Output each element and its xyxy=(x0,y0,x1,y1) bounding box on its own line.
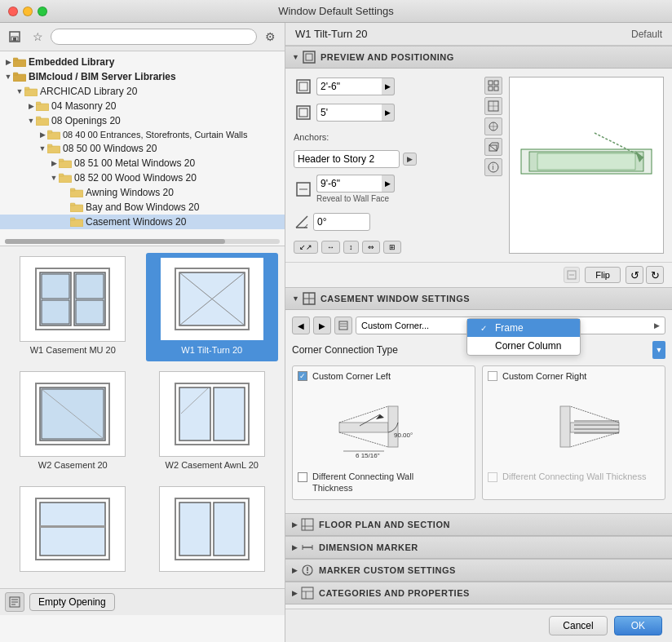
minimize-button[interactable] xyxy=(23,7,33,16)
maximize-button[interactable] xyxy=(38,7,47,16)
empty-opening-button[interactable]: Empty Opening xyxy=(29,593,115,611)
thumb-item-w2casement[interactable]: W2 Casement 20 xyxy=(7,368,139,476)
marker-custom-icon xyxy=(301,564,314,577)
preview-controls: ▶ ▶ Anchors: xyxy=(294,77,476,254)
rotate-cw-button[interactable]: ↻ xyxy=(646,266,664,284)
home-button[interactable] xyxy=(5,27,24,46)
rotate-ccw-button[interactable]: ↺ xyxy=(626,266,643,284)
thumb-item-w2casementawnl[interactable]: W2 Casement AwnL 20 xyxy=(146,368,279,476)
tree-arrow-archicad: ▼ xyxy=(15,86,24,96)
floor-plan-icon xyxy=(301,518,314,531)
preview-tool-grid[interactable] xyxy=(484,77,502,95)
dimension-title: DIMENSION MARKER xyxy=(319,542,418,552)
search-input[interactable] xyxy=(51,29,257,45)
corner-type-dropdown-indicator[interactable]: ▼ xyxy=(652,341,665,359)
add-button[interactable] xyxy=(5,592,24,612)
tree-item-entrances[interactable]: ▶ 08 40 00 Entrances, Storefronts, Curta… xyxy=(0,128,285,141)
action-btn-5[interactable]: ⊞ xyxy=(383,241,401,254)
height-input[interactable] xyxy=(316,104,382,122)
thumb-label-w2casement: W2 Casement 20 xyxy=(38,460,108,470)
star-button[interactable]: ☆ xyxy=(28,27,47,46)
tree-label-openings: 08 Openings 20 xyxy=(51,115,121,126)
svg-rect-10 xyxy=(36,102,41,104)
settings-button[interactable]: ⚙ xyxy=(260,27,280,46)
svg-rect-82 xyxy=(537,153,635,170)
dropdown-item-frame[interactable]: ✓ Frame xyxy=(467,319,580,337)
tree-item-archicad[interactable]: ▼ ARCHICAD Library 20 xyxy=(0,84,285,99)
tree-item-embedded[interactable]: ▶ Embedded Library xyxy=(0,55,285,69)
width-row: ▶ xyxy=(294,77,476,96)
anchor-input[interactable] xyxy=(294,150,400,168)
tree-item-awning[interactable]: ▶ Awning Windows 20 xyxy=(0,185,285,200)
marker-custom-section-header[interactable]: ▶ MARKER CUSTOM SETTINGS xyxy=(285,559,672,582)
tree-item-windows[interactable]: ▼ 08 50 00 Windows 20 xyxy=(0,141,285,156)
width-input[interactable] xyxy=(316,77,382,95)
preview-tool-single[interactable] xyxy=(484,97,502,115)
anchor-arrow-btn[interactable]: ▶ xyxy=(403,153,417,166)
tree-label-entrances: 08 40 00 Entrances, Storefronts, Curtain… xyxy=(63,130,247,139)
tree-item-woodwindows[interactable]: ▼ 08 52 00 Wood Windows 20 xyxy=(0,170,285,185)
diff-thickness-right-row: Different Connecting Wall Thickness xyxy=(488,471,660,482)
dimension-section-header[interactable]: ▶ DIMENSION MARKER xyxy=(285,536,672,559)
flip-button[interactable]: Flip xyxy=(585,267,621,283)
tree-item-masonry[interactable]: ▶ 04 Masonry 20 xyxy=(0,99,285,113)
corner-right-checkbox[interactable] xyxy=(488,371,497,381)
thumb-item-w1tiltturn[interactable]: W1 Tilt-Turn 20 xyxy=(146,253,279,361)
casement-section-header[interactable]: ▼ CASEMENT WINDOW SETTINGS xyxy=(285,287,672,310)
floor-plan-section-header[interactable]: ▶ FLOOR PLAN AND SECTION xyxy=(285,513,672,536)
thumb-item-6[interactable] xyxy=(146,483,279,582)
svg-rect-44 xyxy=(214,387,245,441)
dimension-icon xyxy=(301,541,314,554)
tree-item-casement[interactable]: ▶ Casement Windows 20 xyxy=(0,215,285,229)
svg-rect-43 xyxy=(179,387,210,441)
preview-tool-view[interactable] xyxy=(484,117,502,135)
corner-panel-right-header: Custom Corner Right xyxy=(488,371,660,381)
svg-rect-9 xyxy=(36,104,49,111)
width-arrow-btn[interactable]: ▶ xyxy=(382,77,395,95)
marker-custom-arrow-icon: ▶ xyxy=(292,566,298,574)
casement-icon xyxy=(303,292,316,305)
svg-rect-13 xyxy=(47,132,60,139)
close-button[interactable] xyxy=(8,7,18,16)
cast-edit-btn[interactable] xyxy=(334,317,352,334)
diff-thickness-right-checkbox[interactable] xyxy=(488,472,497,482)
svg-rect-69 xyxy=(494,86,498,91)
action-btn-2[interactable]: ↔ xyxy=(321,241,340,254)
action-btn-4[interactable]: ⇔ xyxy=(362,241,380,254)
preview-right-area: i xyxy=(484,77,664,254)
preview-tool-3d[interactable] xyxy=(484,138,502,156)
cast-prev-btn[interactable]: ◀ xyxy=(292,317,310,334)
categories-section-header[interactable]: ▶ CATEGORIES AND PROPERTIES xyxy=(285,582,672,604)
tree-item-bimcloud[interactable]: ▼ BIMcloud / BIM Server Libraries xyxy=(0,69,285,84)
svg-rect-93 xyxy=(339,423,388,432)
svg-rect-30 xyxy=(42,274,69,299)
tree-label-archicad: ARCHICAD Library 20 xyxy=(40,86,137,97)
corner-panel-left-header: ✓ Custom Corner Left xyxy=(298,371,470,381)
svg-rect-32 xyxy=(76,274,104,299)
svg-rect-47 xyxy=(40,503,105,556)
tree-item-openings[interactable]: ▼ 08 Openings 20 xyxy=(0,113,285,128)
tree-item-metalwindows[interactable]: ▶ 08 51 00 Metal Windows 20 xyxy=(0,156,285,170)
preview-action-1[interactable] xyxy=(564,267,580,283)
action-btn-1[interactable]: ↙↗ xyxy=(294,241,318,254)
angle-input[interactable] xyxy=(313,213,370,231)
action-btn-3[interactable]: ↕ xyxy=(343,241,359,254)
height-arrow-btn[interactable]: ▶ xyxy=(382,104,395,122)
tree-item-baybow[interactable]: ▶ Bay and Bow Windows 20 xyxy=(0,200,285,215)
ok-button[interactable]: OK xyxy=(614,616,662,635)
corner-left-checkbox[interactable]: ✓ xyxy=(298,371,307,381)
reveal-input[interactable] xyxy=(316,175,382,193)
selected-object-title: W1 Tilt-Turn 20 xyxy=(295,28,367,40)
thumb-item-5[interactable] xyxy=(7,483,139,582)
preview-section-header[interactable]: ▼ PREVIEW AND POSITIONING xyxy=(285,46,672,69)
reveal-arrow-btn[interactable]: ▶ xyxy=(382,175,395,193)
cast-next-btn[interactable]: ▶ xyxy=(313,317,331,334)
action-buttons-row: ↙↗ ↔ ↕ ⇔ ⊞ xyxy=(294,241,476,254)
cancel-button[interactable]: Cancel xyxy=(549,616,607,635)
thumb-item-w1casement[interactable]: W1 Casement MU 20 xyxy=(7,253,139,361)
gear-icon: ⚙ xyxy=(265,30,276,43)
diff-thickness-left-checkbox[interactable] xyxy=(298,472,307,482)
preview-tool-info[interactable]: i xyxy=(484,158,502,176)
reveal-icon xyxy=(294,179,313,199)
dropdown-item-corner-column[interactable]: Corner Column xyxy=(467,337,580,355)
